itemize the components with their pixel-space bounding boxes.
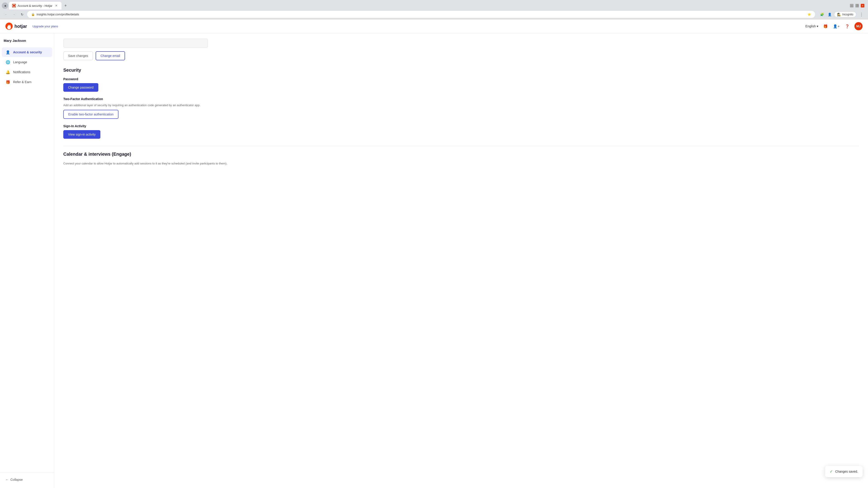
content-area: Save changes Change email Security Passw… xyxy=(54,33,868,488)
change-email-button[interactable]: Change email xyxy=(96,51,125,60)
calendar-section-title: Calendar & interviews (Engage) xyxy=(63,152,859,157)
upgrade-link[interactable]: Upgrade your plans xyxy=(33,25,58,28)
sidebar-item-language[interactable]: 🌐 Language xyxy=(2,57,52,67)
sidebar-item-label-account-security: Account & security xyxy=(13,51,42,54)
incognito-button[interactable]: 🕵 Incognito xyxy=(834,11,856,18)
sidebar-user-name: Mary Jackson xyxy=(0,37,54,47)
lang-dropdown-arrow: ▾ xyxy=(817,24,818,28)
tab-close-button[interactable]: ✕ xyxy=(54,4,58,8)
window-restore[interactable]: ❐ xyxy=(855,4,859,7)
collapse-icon: ← xyxy=(5,478,8,482)
notifications-icon[interactable]: 🎁 xyxy=(822,23,829,30)
sign-in-activity-label: Sign-In Activity xyxy=(63,124,859,128)
help-icon[interactable]: ❓ xyxy=(844,23,851,30)
toast-icon: ✓ xyxy=(830,469,833,474)
url-bar[interactable]: 🔒 insights.hotjar.com/profile/details ⭐ xyxy=(27,11,815,18)
save-changes-button[interactable]: Save changes xyxy=(63,52,93,60)
account-security-icon: 👤 xyxy=(5,50,10,55)
toast-notification: ✓ Changes saved. xyxy=(825,466,863,477)
sidebar-item-label-language: Language xyxy=(13,60,27,64)
profile-actions-row: Save changes Change email xyxy=(63,51,859,60)
enable-2fa-button[interactable]: Enable two-factor authentication xyxy=(63,110,119,119)
language-label: English xyxy=(805,24,816,28)
hotjar-logo-icon xyxy=(5,23,13,30)
sidebar-bottom: ← Collapse xyxy=(0,472,54,487)
profile-input-field[interactable] xyxy=(63,39,208,48)
password-label: Password xyxy=(63,77,859,81)
back-button[interactable]: ← xyxy=(3,11,9,18)
sidebar-item-account-security[interactable]: 👤 Account & security xyxy=(2,47,52,57)
calendar-divider xyxy=(63,146,859,146)
two-factor-label: Two-Factor Authentication xyxy=(63,97,859,101)
header-right: English ▾ 🎁 👤+ ❓ MJ xyxy=(805,22,863,30)
view-sign-in-button[interactable]: View sign-in activity xyxy=(63,130,100,139)
url-text: insights.hotjar.com/profile/details xyxy=(37,13,806,16)
extensions-icon[interactable]: 🧩 xyxy=(819,11,825,18)
refresh-button[interactable]: ↻ xyxy=(19,11,25,18)
gift-icon: 🎁 xyxy=(5,79,10,85)
forward-button[interactable]: → xyxy=(11,11,17,18)
language-icon: 🌐 xyxy=(5,60,10,65)
tab-favicon xyxy=(12,4,16,7)
tab-title: Account & security - Hotjar xyxy=(18,4,53,7)
calendar-section: Calendar & interviews (Engage) Connect y… xyxy=(63,146,859,166)
change-password-button[interactable]: Change password xyxy=(63,83,98,92)
tab-group-button[interactable]: ◀ xyxy=(2,2,8,9)
active-tab[interactable]: Account & security - Hotjar ✕ xyxy=(9,2,61,9)
hotjar-logo[interactable]: hotjar xyxy=(5,23,27,30)
new-tab-button[interactable]: + xyxy=(62,2,69,9)
language-selector[interactable]: English ▾ xyxy=(805,24,818,28)
add-user-icon[interactable]: 👤+ xyxy=(833,23,840,30)
password-field-group: Password Change password xyxy=(63,77,859,92)
browser-menu-button[interactable]: ⋮ xyxy=(858,11,865,18)
avatar[interactable]: MJ xyxy=(855,22,863,30)
collapse-button[interactable]: ← Collapse xyxy=(4,476,51,483)
profile-icon[interactable]: 👤 xyxy=(827,11,833,18)
2fa-field-group: Two-Factor Authentication Add an additio… xyxy=(63,97,859,119)
logo-text: hotjar xyxy=(14,24,27,29)
collapse-label: Collapse xyxy=(10,478,23,482)
bell-icon: 🔔 xyxy=(5,70,10,74)
security-section-title: Security xyxy=(63,68,859,73)
sidebar-item-label-refer-earn: Refer & Earn xyxy=(13,80,31,84)
sidebar-item-label-notifications: Notifications xyxy=(13,70,30,74)
app-header: hotjar Upgrade your plans English ▾ 🎁 👤+… xyxy=(0,20,868,33)
two-factor-desc: Add an additional layer of security by r… xyxy=(63,103,859,107)
sidebar: Mary Jackson 👤 Account & security 🌐 Lang… xyxy=(0,33,54,488)
sidebar-nav: 👤 Account & security 🌐 Language 🔔 Notifi… xyxy=(0,47,54,472)
sidebar-item-notifications[interactable]: 🔔 Notifications xyxy=(2,67,52,77)
calendar-desc: Connect your calendar to allow Hotjar to… xyxy=(63,161,859,166)
window-close[interactable]: ✕ xyxy=(861,4,864,7)
security-section: Security Password Change password Two-Fa… xyxy=(63,68,859,139)
toast-message: Changes saved. xyxy=(835,470,858,473)
window-minimize[interactable]: — xyxy=(850,4,854,7)
signin-activity-field-group: Sign-In Activity View sign-in activity xyxy=(63,124,859,139)
sidebar-item-refer-earn[interactable]: 🎁 Refer & Earn xyxy=(2,77,52,87)
